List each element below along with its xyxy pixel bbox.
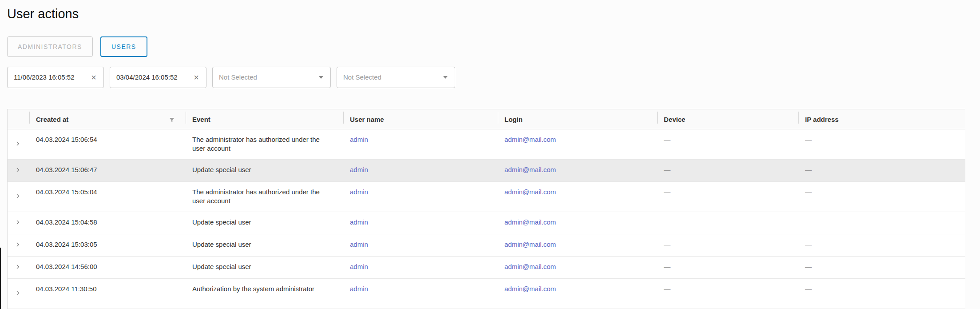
expand-chevron-icon[interactable] <box>15 167 21 173</box>
table-row: 04.03.2024 15:04:58 Update special user … <box>8 212 965 234</box>
tab-users[interactable]: USERS <box>100 36 147 57</box>
ip-address-cell: — <box>799 234 965 257</box>
ip-address-cell: — <box>799 212 965 234</box>
login-link[interactable]: admin@mail.com <box>504 241 556 248</box>
user-name-link[interactable]: admin <box>350 166 368 173</box>
date-from-value: 11/06/2023 16:05:52 <box>14 73 75 81</box>
filter-dropdown-2[interactable]: Not Selected <box>337 67 455 88</box>
page-title: User actions <box>7 6 973 22</box>
ip-address-cell: — <box>799 257 965 279</box>
user-name-link[interactable]: admin <box>350 263 368 270</box>
created-at-cell: 04.03.2024 11:30:50 <box>30 279 186 309</box>
expand-chevron-icon[interactable] <box>15 290 21 296</box>
chevron-down-icon <box>443 76 448 79</box>
header-created-at[interactable]: Created at <box>30 109 186 129</box>
created-at-cell: 04.03.2024 15:03:05 <box>30 234 186 257</box>
table-row: 04.03.2024 15:06:54 The administrator ha… <box>8 129 965 160</box>
filter-dropdown-2-value: Not Selected <box>343 73 381 81</box>
header-login[interactable]: Login <box>498 109 658 129</box>
expand-chevron-icon[interactable] <box>15 140 21 147</box>
login-link[interactable]: admin@mail.com <box>504 136 556 143</box>
table-header-row: Created at Event User name Login Device … <box>8 109 965 129</box>
table-row: 04.03.2024 15:03:05 Update special user … <box>8 234 965 257</box>
login-link[interactable]: admin@mail.com <box>504 263 556 270</box>
user-name-link[interactable]: admin <box>350 136 368 143</box>
header-user-name[interactable]: User name <box>344 109 498 129</box>
device-cell: — <box>658 129 799 160</box>
user-name-link[interactable]: admin <box>350 285 368 293</box>
login-link[interactable]: admin@mail.com <box>504 218 556 226</box>
expand-chevron-icon[interactable] <box>15 193 21 199</box>
date-from-input[interactable]: 11/06/2023 16:05:52 × <box>7 67 104 88</box>
table-body: 04.03.2024 15:06:54 The administrator ha… <box>8 129 965 309</box>
filter-dropdown-1-value: Not Selected <box>219 73 257 81</box>
created-at-cell: 04.03.2024 15:04:58 <box>30 212 186 234</box>
login-link[interactable]: admin@mail.com <box>504 285 556 293</box>
date-to-input[interactable]: 03/04/2024 16:05:52 × <box>110 67 206 88</box>
device-cell: — <box>658 234 799 257</box>
filter-bar: 11/06/2023 16:05:52 × 03/04/2024 16:05:5… <box>7 67 973 88</box>
filter-dropdown-1[interactable]: Not Selected <box>212 67 331 88</box>
expand-chevron-icon[interactable] <box>15 219 21 225</box>
ip-address-cell: — <box>799 129 965 160</box>
clear-date-from-icon[interactable]: × <box>90 73 97 82</box>
login-link[interactable]: admin@mail.com <box>504 166 556 173</box>
left-edge-artifact <box>0 248 1 309</box>
event-cell: The administrator has authorized under t… <box>186 182 344 212</box>
ip-address-cell: — <box>799 160 965 182</box>
filter-funnel-icon[interactable] <box>169 116 175 124</box>
header-device[interactable]: Device <box>658 109 799 129</box>
device-cell: — <box>658 182 799 212</box>
created-at-cell: 04.03.2024 15:06:47 <box>30 160 186 182</box>
table-row: 04.03.2024 15:05:04 The administrator ha… <box>8 182 965 212</box>
tab-administrators[interactable]: ADMINISTRATORS <box>7 36 93 57</box>
ip-address-cell: — <box>799 279 965 309</box>
event-cell: The administrator has authorized under t… <box>186 129 344 160</box>
table-row: 04.03.2024 15:06:47 Update special user … <box>8 160 965 182</box>
created-at-cell: 04.03.2024 14:56:00 <box>30 257 186 279</box>
table-row: 04.03.2024 11:30:50 Authorization by the… <box>8 279 965 309</box>
user-actions-page: User actions ADMINISTRATORS USERS 11/06/… <box>0 0 980 309</box>
header-expand-column <box>8 109 30 129</box>
event-cell: Update special user <box>186 257 344 279</box>
date-to-value: 03/04/2024 16:05:52 <box>116 73 178 81</box>
ip-address-cell: — <box>799 182 965 212</box>
user-name-link[interactable]: admin <box>350 188 368 196</box>
chevron-down-icon <box>319 76 323 79</box>
login-link[interactable]: admin@mail.com <box>504 188 556 196</box>
created-at-cell: 04.03.2024 15:06:54 <box>30 129 186 160</box>
user-name-link[interactable]: admin <box>350 218 368 226</box>
device-cell: — <box>658 257 799 279</box>
tab-group: ADMINISTRATORS USERS <box>7 36 973 57</box>
event-cell: Update special user <box>186 212 344 234</box>
device-cell: — <box>658 160 799 182</box>
device-cell: — <box>658 279 799 309</box>
header-event[interactable]: Event <box>186 109 344 129</box>
table-row: 04.03.2024 14:56:00 Update special user … <box>8 257 965 279</box>
event-cell: Authorization by the system administrato… <box>186 279 344 309</box>
event-cell: Update special user <box>186 234 344 257</box>
device-cell: — <box>658 212 799 234</box>
created-at-cell: 04.03.2024 15:05:04 <box>30 182 186 212</box>
header-ip-address[interactable]: IP address <box>799 109 965 129</box>
clear-date-to-icon[interactable]: × <box>193 73 200 82</box>
expand-chevron-icon[interactable] <box>15 264 21 270</box>
user-actions-table: Created at Event User name Login Device … <box>7 109 965 309</box>
event-cell: Update special user <box>186 160 344 182</box>
user-name-link[interactable]: admin <box>350 241 368 248</box>
expand-chevron-icon[interactable] <box>15 241 21 248</box>
